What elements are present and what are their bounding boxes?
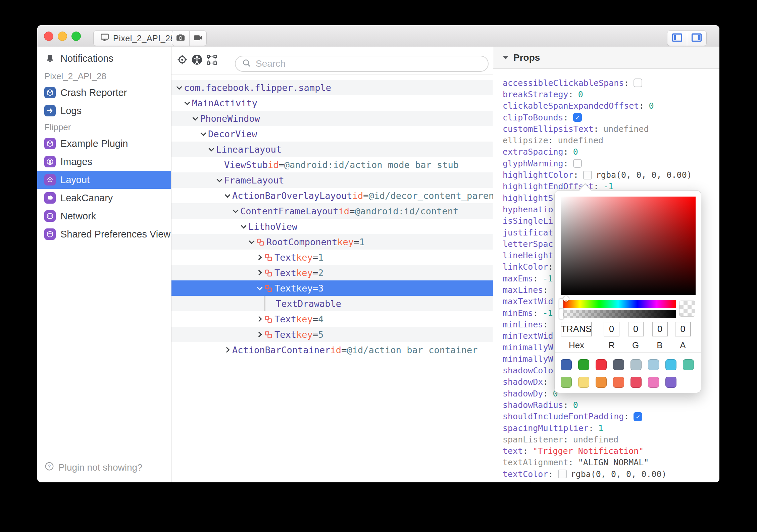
chevron-down-icon[interactable] [184, 100, 191, 106]
preset-color-swatch-a3cbe0[interactable] [648, 359, 659, 370]
preset-color-swatch-59616f[interactable] [613, 359, 624, 370]
prop-value[interactable]: 0 [573, 147, 578, 157]
accessibility-mode-button[interactable] [190, 53, 204, 68]
preset-color-swatch-3d62ae[interactable] [561, 359, 572, 370]
tree-row-framelayout[interactable]: FrameLayout [171, 172, 493, 188]
prop-value[interactable]: -1 [543, 308, 553, 318]
chevron-right-icon[interactable] [256, 331, 263, 338]
search-input[interactable]: Search [235, 56, 489, 72]
preset-color-swatch-90c867[interactable] [561, 377, 572, 388]
preset-color-swatch-f0323f[interactable] [596, 359, 607, 370]
chevron-down-icon[interactable] [240, 223, 247, 230]
chevron-down-icon[interactable] [192, 115, 199, 122]
preset-color-swatch-afc3cd[interactable] [630, 359, 642, 370]
prop-value[interactable]: 0 [578, 90, 583, 99]
prop-checkbox[interactable]: ✓ [573, 113, 582, 122]
toggle-right-panel-button[interactable] [687, 31, 707, 46]
red-input[interactable]: 0 [604, 322, 619, 336]
sidebar-item-layout[interactable]: Layout [37, 171, 171, 189]
tree-row-contentframelayout-android-id-content[interactable]: ContentFrameLayout id=@android:id/conten… [171, 203, 493, 219]
tree-row-text-5[interactable]: Text key=5 [171, 327, 493, 342]
props-header[interactable]: Props [493, 47, 719, 69]
prop-value[interactable]: "Trigger Notification" [533, 446, 644, 456]
toggle-left-panel-button[interactable] [667, 31, 687, 46]
green-input[interactable]: 0 [628, 322, 644, 336]
preset-color-swatch-ec77bc[interactable] [648, 377, 659, 388]
preset-color-swatch-f6db78[interactable] [578, 377, 589, 388]
select-element-button[interactable] [204, 53, 219, 68]
prop-value[interactable]: 0 [573, 400, 578, 410]
prop-value[interactable]: 1 [598, 423, 603, 433]
tree-row-lithoview[interactable]: LithoView [171, 219, 493, 234]
chevron-right-icon[interactable] [256, 316, 263, 322]
alpha-input[interactable]: 0 [675, 322, 691, 336]
prop-checkbox[interactable] [573, 159, 582, 168]
chevron-down-icon[interactable] [200, 130, 207, 137]
tree-row-rootcomponent-1[interactable]: RootComponent key=1 [171, 234, 493, 250]
chevron-down-icon[interactable] [208, 146, 215, 153]
tree-row-textdrawable[interactable]: TextDrawable [171, 296, 493, 311]
prop-value[interactable]: 0 [649, 101, 654, 111]
preset-color-swatch-f0913b[interactable] [596, 377, 607, 388]
hex-input[interactable]: TRANS [561, 322, 592, 336]
preset-color-swatch-8166cc[interactable] [665, 377, 676, 388]
sidebar-item-network[interactable]: Network [37, 207, 171, 225]
sidebar-item-notifications[interactable]: Notifications [37, 50, 171, 67]
blue-input[interactable]: 0 [652, 322, 668, 336]
tree-row-actionbarcontainer-id-action-bar-container[interactable]: ActionBarContainer id=@id/action_bar_con… [171, 342, 493, 358]
tree-row-com-facebook-flipper-sample[interactable]: com.facebook.flipper.sample [171, 80, 493, 95]
chevron-down-icon[interactable] [176, 84, 183, 91]
prop-value[interactable]: -1 [543, 274, 553, 283]
sidebar-item-crash-reporter[interactable]: Crash Reporter [37, 84, 171, 102]
prop-color-swatch[interactable] [558, 470, 567, 478]
prop-checkbox[interactable] [634, 78, 642, 87]
target-mode-button[interactable] [175, 53, 190, 68]
screen-record-button[interactable] [189, 31, 207, 46]
tree-row-linearlayout[interactable]: LinearLayout [171, 142, 493, 157]
minimize-button[interactable] [58, 32, 67, 41]
alpha-slider-handle[interactable] [559, 309, 563, 319]
chevron-right-icon[interactable] [256, 254, 263, 261]
sidebar-item-shared-preferences-viewer[interactable]: Shared Preferences Viewer [37, 225, 171, 243]
chevron-right-icon[interactable] [256, 269, 263, 276]
tree-row-text-1[interactable]: Text key=1 [171, 250, 493, 265]
chevron-down-icon[interactable] [256, 285, 263, 291]
chevron-down-icon[interactable] [248, 238, 255, 245]
prop-color-swatch[interactable] [583, 171, 592, 179]
prop-checkbox[interactable]: ✓ [634, 412, 642, 421]
tree-row-text-3[interactable]: Text key=3 [171, 280, 493, 296]
tree-row-decorview[interactable]: DecorView [171, 126, 493, 142]
sidebar-item-logs[interactable]: Logs [37, 102, 171, 120]
prop-name: textColor [503, 469, 548, 479]
zoom-button[interactable] [71, 32, 81, 41]
preset-color-swatch-2da32d[interactable] [578, 359, 589, 370]
saturation-square[interactable] [561, 197, 696, 295]
alpha-slider[interactable] [561, 310, 676, 318]
screenshot-button[interactable] [172, 31, 189, 46]
close-button[interactable] [44, 32, 53, 41]
tree-row-text-2[interactable]: Text key=2 [171, 265, 493, 280]
chevron-right-icon[interactable] [224, 347, 231, 353]
preset-color-swatch-f4714d[interactable] [613, 377, 624, 388]
chevron-down-icon[interactable] [224, 192, 231, 199]
sidebar-item-images[interactable]: Images [37, 153, 171, 171]
tree-row-actionbaroverlaylayout-id-decor-content-parent[interactable]: ActionBarOverlayLayout id=@id/decor_cont… [171, 188, 493, 203]
tree-row-text-4[interactable]: Text key=4 [171, 311, 493, 327]
preset-color-swatch-47c2e9[interactable] [665, 359, 676, 370]
tree-row-phonewindow[interactable]: PhoneWindow [171, 111, 493, 126]
hue-slider[interactable] [561, 300, 676, 308]
prop-value[interactable]: -1 [603, 181, 613, 191]
tree-row-mainactivity[interactable]: MainActivity [171, 95, 493, 111]
prop-value: undefined [603, 124, 649, 134]
device-selector-button[interactable]: Pixel_2_API_28 [93, 31, 182, 46]
sidebar-item-example-plugin[interactable]: Example Plugin [37, 135, 171, 153]
plugin-help-link[interactable]: ? Plugin not showing? [44, 461, 143, 474]
preset-color-swatch-ea4c63[interactable] [630, 377, 642, 388]
chevron-down-icon[interactable] [216, 177, 223, 183]
preset-color-swatch-56c3a9[interactable] [683, 359, 694, 370]
sidebar-item-leakcanary[interactable]: LeakCanary [37, 189, 171, 207]
hue-slider-handle[interactable] [559, 299, 563, 309]
chevron-down-icon[interactable] [232, 208, 239, 214]
tree-row-viewstub-android-id-action-mode-bar-stub[interactable]: ViewStub id=@android:id/action_mode_bar_… [171, 157, 493, 172]
saturation-cursor[interactable] [563, 296, 569, 302]
